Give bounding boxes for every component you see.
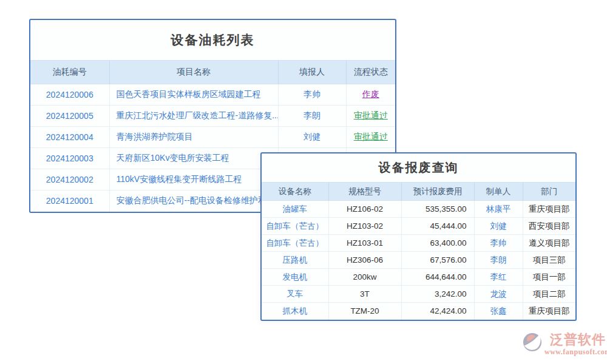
fanpu-logo-icon [522, 332, 543, 352]
scrap-cell-creator: 林康平 [474, 201, 523, 218]
fuel-cell-code[interactable]: 2024120004 [30, 127, 109, 148]
fuel-cell-project[interactable]: 国色天香项目实体样板房区域园建工程 [109, 84, 278, 106]
scrap-cell-creator: 李朗 [474, 252, 523, 269]
fuel-panel-title: 设备油耗列表 [30, 20, 395, 60]
scrap-cell-cost: 45,444.00 [401, 218, 474, 235]
fuel-col-header-reporter: 填报人 [278, 61, 346, 84]
scrap-cell-cost: 42,424.00 [401, 303, 474, 320]
scrap-cell-model: 3T [328, 286, 401, 303]
fuel-cell-project[interactable]: 天府新区10Kv变电所安装工程 [109, 148, 278, 169]
scrap-col-header-creator: 制单人 [474, 183, 523, 201]
scrap-cell-creator: 李帅 [474, 235, 523, 252]
scrap-cell-name[interactable]: 压路机 [262, 252, 328, 269]
fuel-cell-status[interactable]: 审批通过 [346, 106, 395, 127]
scrap-cell-name[interactable]: 叉车 [262, 286, 328, 303]
scrap-cell-cost: 67,576.00 [401, 252, 474, 269]
fuel-cell-status[interactable]: 作废 [346, 84, 395, 106]
scrap-cell-name[interactable]: 抓木机 [262, 303, 328, 320]
fuel-table-header-row: 油耗编号 项目名称 填报人 流程状态 [30, 61, 395, 84]
scrap-cell-model: TZM-20 [328, 303, 401, 320]
fuel-cell-code[interactable]: 2024120005 [30, 106, 109, 127]
scrap-table: 设备名称 规格型号 预计报废费用 制单人 部门 油罐车 HZ106-02 535… [262, 182, 575, 320]
scrap-cell-model: 200kw [328, 269, 401, 286]
fuel-table-row: 2024120004 青海洪湖养护院项目 刘健 审批通过 [30, 127, 395, 148]
scrap-query-panel: 设备报废查询 设备名称 规格型号 预计报废费用 制单人 部门 油罐车 HZ106… [260, 152, 577, 321]
scrap-table-row: 发电机 200kw 644,644.00 李红 项目一部 [262, 269, 575, 286]
scrap-cell-name[interactable]: 发电机 [262, 269, 328, 286]
scrap-table-row: 自卸车（芒古） HZ103-02 45,444.00 刘健 西安项目部 [262, 218, 575, 235]
scrap-cell-model: HZ306-06 [328, 252, 401, 269]
scrap-table-row: 油罐车 HZ106-02 535,355.00 林康平 重庆项目部 [262, 201, 575, 218]
fuel-table-row: 2024120005 重庆江北污水处理厂级改造工程-道路修复... 李朗 审批通… [30, 106, 395, 127]
fuel-cell-project[interactable]: 重庆江北污水处理厂级改造工程-道路修复... [109, 106, 278, 127]
fanpu-url-text: www.fanpusoft.com [544, 348, 607, 357]
scrap-cell-dept: 遵义项目部 [523, 235, 575, 252]
fuel-cell-reporter: 李帅 [278, 84, 346, 106]
scrap-cell-creator: 张鑫 [474, 303, 523, 320]
fuel-cell-code[interactable]: 2024120003 [30, 148, 109, 169]
scrap-cell-cost: 535,355.00 [401, 201, 474, 218]
scrap-table-row: 叉车 3T 3,242.00 龙波 项目二部 [262, 286, 575, 303]
scrap-col-header-dept: 部门 [523, 183, 575, 201]
fuel-cell-reporter: 李朗 [278, 106, 346, 127]
scrap-cell-name[interactable]: 自卸车（芒古） [262, 218, 328, 235]
fuel-cell-project[interactable]: 110kV安徽线程集变开断线路工程 [109, 169, 278, 190]
fuel-cell-project[interactable]: 安徽合肥供电公司--配电设备检修维护和... [109, 190, 278, 212]
scrap-cell-name[interactable]: 油罐车 [262, 201, 328, 218]
fuel-cell-code[interactable]: 2024120001 [30, 190, 109, 212]
scrap-table-row: 抓木机 TZM-20 42,424.00 张鑫 重庆项目部 [262, 303, 575, 320]
scrap-cell-model: HZ106-02 [328, 201, 401, 218]
fuel-cell-project[interactable]: 青海洪湖养护院项目 [109, 127, 278, 148]
scrap-table-row: 压路机 HZ306-06 67,576.00 李朗 项目三部 [262, 252, 575, 269]
fuel-cell-code[interactable]: 2024120002 [30, 169, 109, 190]
scrap-cell-dept: 重庆项目部 [523, 201, 575, 218]
scrap-cell-dept: 西安项目部 [523, 218, 575, 235]
scrap-cell-model: HZ103-02 [328, 218, 401, 235]
scrap-cell-cost: 3,242.00 [401, 286, 474, 303]
scrap-cell-dept: 项目三部 [523, 252, 575, 269]
scrap-col-header-cost: 预计报废费用 [401, 183, 474, 201]
scrap-cell-cost: 644,644.00 [401, 269, 474, 286]
scrap-cell-cost: 63,400.00 [401, 235, 474, 252]
fanpu-brand-text: 泛普软件 [550, 332, 606, 348]
fuel-table-row: 2024120006 国色天香项目实体样板房区域园建工程 李帅 作废 [30, 84, 395, 106]
scrap-cell-dept: 项目一部 [523, 269, 575, 286]
scrap-col-header-model: 规格型号 [328, 183, 401, 201]
scrap-table-header-row: 设备名称 规格型号 预计报废费用 制单人 部门 [262, 183, 575, 201]
fuel-cell-reporter: 刘健 [278, 127, 346, 148]
scrap-col-header-name: 设备名称 [262, 183, 328, 201]
page: 设备油耗列表 油耗编号 项目名称 填报人 流程状态 2024120006 国色天… [0, 0, 607, 364]
fuel-cell-code[interactable]: 2024120006 [30, 84, 109, 106]
scrap-table-row: 自卸车（芒古） HZ103-01 63,400.00 李帅 遵义项目部 [262, 235, 575, 252]
scrap-cell-dept: 重庆项目部 [523, 303, 575, 320]
scrap-cell-model: HZ103-01 [328, 235, 401, 252]
fuel-col-header-status: 流程状态 [346, 61, 395, 84]
scrap-cell-name[interactable]: 自卸车（芒古） [262, 235, 328, 252]
fanpu-watermark: 泛普软件 www.fanpusoft.com [522, 332, 607, 357]
scrap-cell-creator: 龙波 [474, 286, 523, 303]
fuel-col-header-code: 油耗编号 [30, 61, 109, 84]
scrap-cell-creator: 李红 [474, 269, 523, 286]
fuel-cell-status[interactable]: 审批通过 [346, 127, 395, 148]
scrap-panel-title: 设备报废查询 [262, 153, 575, 182]
scrap-cell-dept: 项目二部 [523, 286, 575, 303]
fuel-col-header-project: 项目名称 [109, 61, 278, 84]
scrap-cell-creator: 刘健 [474, 218, 523, 235]
